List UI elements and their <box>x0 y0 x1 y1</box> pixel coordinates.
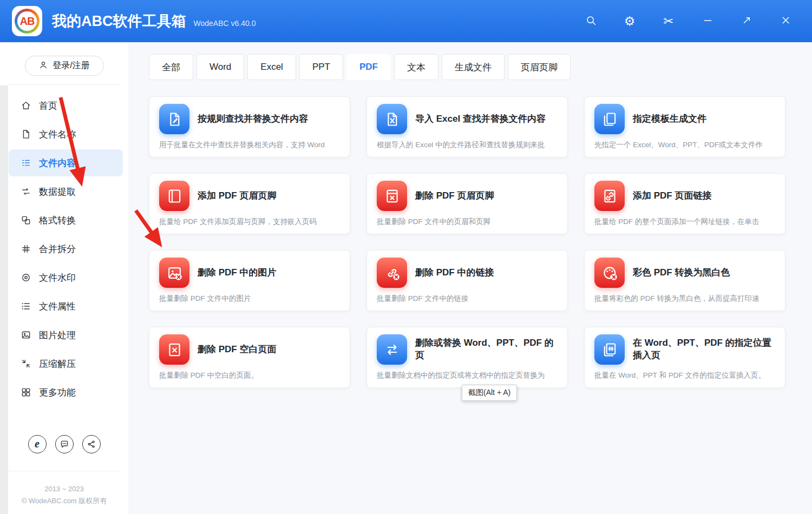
card-desc: 批量给 PDF 的整个页面添加一个网址链接，在单击 <box>594 217 775 227</box>
swap-pages-icon <box>377 334 407 365</box>
settings-icon: ⚙ <box>624 15 636 28</box>
sidebar-item-home[interactable]: 首页 <box>0 92 123 119</box>
blank-x-icon <box>159 334 189 365</box>
sidebar-item-merge-split[interactable]: 合并拆分 <box>0 235 123 262</box>
card-insert-pages[interactable]: 在 Word、PPT、PDF 的指定位置插入页 批量在 Word、PPT 和 P… <box>584 327 785 388</box>
card-add-pdf-page-link[interactable]: 添加 PDF 页面链接 批量给 PDF 的整个页面添加一个网址链接，在单击 <box>584 173 785 234</box>
tool-card-grid: 按规则查找并替换文件内容 用于批量在文件中查找并替换相关内容，支持 Word 导… <box>149 96 812 388</box>
compress-icon <box>21 358 31 369</box>
category-tabs: 全部 Word Excel PPT PDF 文本 生成文件 页眉页脚 <box>149 54 812 80</box>
file-name-icon <box>21 129 31 140</box>
format-convert-icon <box>21 215 31 226</box>
tab-word[interactable]: Word <box>197 54 244 80</box>
sidebar-item-label: 文件名称 <box>39 128 76 141</box>
close-button[interactable] <box>778 14 793 28</box>
sidebar-item-data-extract[interactable]: 数据提取 <box>0 178 123 205</box>
copyright-owner: © WodeABC.com 版权所有 <box>0 495 128 508</box>
sidebar-footer-divider <box>8 471 120 471</box>
card-title: 导入 Excel 查找并替换文件内容 <box>415 113 546 126</box>
chat-icon[interactable] <box>55 435 74 453</box>
card-delete-pdf-images[interactable]: 删除 PDF 中的图片 批量删除 PDF 文件中的图片 <box>149 250 350 311</box>
sidebar: 登录/注册 首页 文件名称 文件内容 数据提取 <box>0 42 128 514</box>
search-icon <box>585 15 597 28</box>
sidebar-nav: 首页 文件名称 文件内容 数据提取 格式转换 <box>0 90 128 407</box>
card-pdf-to-grayscale[interactable]: 彩色 PDF 转换为黑白色 批量将彩色的 PDF 转换为黑白色，从而提高打印速 <box>584 250 785 311</box>
app-version: WodeABC v6.40.0 <box>194 19 256 28</box>
sidebar-item-file-props[interactable]: 文件属性 <box>0 293 123 320</box>
card-title: 删除 PDF 中的图片 <box>198 267 276 279</box>
tab-generate[interactable]: 生成文件 <box>442 54 505 80</box>
card-delete-pdf-links[interactable]: 删除 PDF 中的链接 批量删除 PDF 文件中的链接 <box>366 250 568 311</box>
share-icon[interactable] <box>82 435 101 453</box>
settings-button[interactable]: ⚙ <box>623 14 637 28</box>
app-window: AB 我的ABC软件工具箱 WodeABC v6.40.0 ⚙ ✂ 登录/注册 <box>0 0 812 514</box>
titlebar: AB 我的ABC软件工具箱 WodeABC v6.40.0 ⚙ ✂ <box>0 0 812 42</box>
copyright-years: 2013 ~ 2023 <box>0 483 128 496</box>
sidebar-item-label: 图片处理 <box>39 329 76 341</box>
sidebar-item-label: 首页 <box>39 100 57 112</box>
sidebar-item-image-process[interactable]: 图片处理 <box>0 321 123 348</box>
minimize-button[interactable] <box>700 14 715 28</box>
resize-button[interactable] <box>739 14 754 28</box>
screenshot-button[interactable]: ✂ <box>662 14 676 28</box>
screenshot-tooltip: 截图(Alt + A) <box>462 385 517 401</box>
search-button[interactable] <box>584 14 598 28</box>
page-link-icon <box>594 181 625 211</box>
card-find-replace-by-rule[interactable]: 按规则查找并替换文件内容 用于批量在文件中查找并替换相关内容，支持 Word <box>149 96 350 157</box>
card-delete-replace-pages[interactable]: 删除或替换 Word、PPT、PDF 的页 批量删除文档中的指定页或将文档中的指… <box>366 327 568 388</box>
sidebar-item-label: 合并拆分 <box>39 243 76 255</box>
sidebar-item-file-watermark[interactable]: 文件水印 <box>0 264 123 291</box>
sidebar-item-label: 文件属性 <box>39 300 76 313</box>
card-desc: 批量将彩色的 PDF 转换为黑白色，从而提高打印速 <box>594 294 775 304</box>
tab-all[interactable]: 全部 <box>149 54 193 80</box>
tab-ppt[interactable]: PPT <box>299 54 343 80</box>
card-title: 在 Word、PPT、PDF 的指定位置插入页 <box>633 337 775 362</box>
card-desc: 先指定一个 Excel、Word、PPT、PDF或文本文件作 <box>594 140 775 150</box>
more-icon <box>21 387 31 398</box>
sidebar-footer-icons: e <box>0 431 128 462</box>
link-x-icon <box>377 258 407 288</box>
copyright: 2013 ~ 2023 © WodeABC.com 版权所有 <box>0 477 128 508</box>
card-title: 添加 PDF 页眉页脚 <box>198 190 276 202</box>
data-extract-icon <box>21 186 31 197</box>
scissors-icon: ✂ <box>663 15 673 28</box>
card-desc: 批量删除 PDF 文件中的图片 <box>159 294 340 304</box>
card-add-pdf-header-footer[interactable]: 添加 PDF 页眉页脚 批量给 PDF 文件添加页眉与页脚，支持嵌入页码 <box>149 173 350 234</box>
sidebar-item-more[interactable]: 更多功能 <box>0 379 123 406</box>
file-props-icon <box>21 301 31 312</box>
login-button[interactable]: 登录/注册 <box>25 56 104 76</box>
tab-excel[interactable]: Excel <box>247 54 296 80</box>
card-template-generate[interactable]: 指定模板生成文件 先指定一个 Excel、Word、PPT、PDF或文本文件作 <box>584 96 785 157</box>
card-remove-pdf-header-footer[interactable]: 删除 PDF 页眉页脚 批量删除 PDF 文件中的页眉和页脚 <box>366 173 568 234</box>
card-delete-pdf-blank-pages[interactable]: 删除 PDF 空白页面 批量删除 PDF 中空白的页面。 <box>149 327 350 388</box>
card-desc: 批量删除文档中的指定页或将文档中的指定页替换为 <box>377 371 558 380</box>
card-desc: 批量删除 PDF 文件中的链接 <box>377 294 558 304</box>
tab-pdf[interactable]: PDF <box>346 54 391 80</box>
sidebar-item-format-convert[interactable]: 格式转换 <box>0 207 123 234</box>
title-wrap: 我的ABC软件工具箱 WodeABC v6.40.0 <box>52 11 256 31</box>
sidebar-item-file-name[interactable]: 文件名称 <box>0 121 123 148</box>
app-logo: AB <box>12 6 42 36</box>
sidebar-item-compress[interactable]: 压缩解压 <box>0 350 123 377</box>
home-icon <box>21 100 31 111</box>
sidebar-item-label: 格式转换 <box>39 214 76 227</box>
tab-text[interactable]: 文本 <box>394 54 438 80</box>
app-title: 我的ABC软件工具箱 <box>52 11 186 31</box>
sidebar-item-file-content[interactable]: 文件内容 <box>9 149 123 176</box>
doc-edit-icon <box>159 104 189 134</box>
book-icon <box>159 181 189 211</box>
card-desc: 用于批量在文件中查找并替换相关内容，支持 Word <box>159 140 340 150</box>
sidebar-item-label: 文件内容 <box>39 157 76 169</box>
palette-x-icon <box>594 258 625 288</box>
doc-excel-icon <box>377 104 407 134</box>
file-content-icon <box>21 157 31 168</box>
sidebar-item-label: 压缩解压 <box>39 358 76 370</box>
tab-header-footer[interactable]: 页眉页脚 <box>508 54 571 80</box>
card-title: 删除 PDF 中的链接 <box>415 267 494 279</box>
card-import-excel-replace[interactable]: 导入 Excel 查找并替换文件内容 根据导入的 Excel 中的文件路径和查找… <box>366 96 568 157</box>
minimize-icon <box>702 15 713 28</box>
browser-icon[interactable]: e <box>28 435 47 453</box>
watermark-icon <box>21 272 31 283</box>
card-desc: 批量在 Word、PPT 和 PDF 文件的指定位置插入页。 <box>594 371 775 380</box>
doc-stack-icon <box>594 104 625 134</box>
